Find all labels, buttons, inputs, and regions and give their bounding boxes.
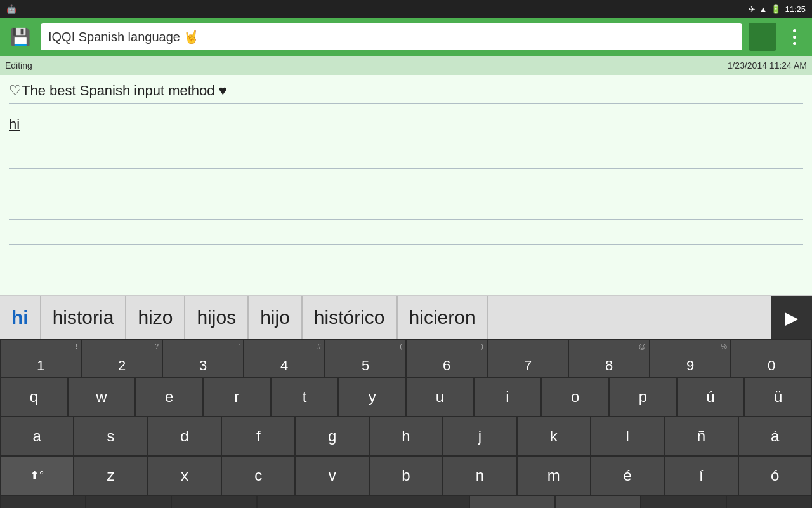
key-z[interactable]: z bbox=[74, 456, 147, 495]
suggestions-bar: hihistoriahizohijoshijohistóricohicieron… bbox=[0, 296, 812, 339]
content-typed: hi bbox=[9, 116, 803, 137]
key-ü[interactable]: ü bbox=[744, 377, 812, 417]
key-row-3: ⬆°zxcvbnméíó bbox=[0, 456, 812, 495]
num-key-4[interactable]: #4 bbox=[244, 339, 325, 377]
bottom-row: ⌨ 🌐 12# Español , . ⌫ ↵ bbox=[0, 495, 812, 508]
num-key-1[interactable]: !1 bbox=[0, 339, 81, 377]
num-key-6[interactable]: )6 bbox=[406, 339, 487, 377]
suggestion-item[interactable]: histórico bbox=[303, 296, 398, 339]
globe-button[interactable]: 🌐 bbox=[86, 495, 171, 508]
android-icon: 🤖 bbox=[6, 4, 16, 14]
num-sup-3: ' bbox=[239, 342, 240, 350]
num-key-0[interactable]: =0 bbox=[731, 339, 812, 377]
key-m[interactable]: m bbox=[517, 456, 591, 495]
suggestion-item[interactable]: hijo bbox=[249, 296, 303, 339]
editing-label: Editing bbox=[5, 60, 32, 70]
arrow-right-icon: ▶ bbox=[785, 307, 799, 328]
space-button[interactable]: Español bbox=[257, 495, 469, 508]
num-sup-1: ! bbox=[75, 342, 77, 350]
title-bar: 💾 bbox=[0, 18, 812, 56]
key-r[interactable]: r bbox=[203, 377, 271, 417]
suggestions-arrow-button[interactable]: ▶ bbox=[771, 296, 812, 339]
num-sup-2: ? bbox=[155, 342, 159, 350]
key-ñ[interactable]: ñ bbox=[664, 417, 738, 456]
wifi-icon: ▲ bbox=[759, 4, 768, 14]
menu-button[interactable] bbox=[783, 23, 806, 51]
suggestions-list: hihistoriahizohijoshijohistóricohicieron bbox=[0, 296, 771, 339]
battery-icon: 🔋 bbox=[771, 4, 781, 14]
suggestion-item[interactable]: hi bbox=[0, 296, 41, 339]
key-u[interactable]: u bbox=[406, 377, 474, 417]
key-o[interactable]: o bbox=[541, 377, 609, 417]
key-í[interactable]: í bbox=[664, 456, 738, 495]
key-p[interactable]: p bbox=[609, 377, 677, 417]
key-é[interactable]: é bbox=[591, 456, 664, 495]
key-y[interactable]: y bbox=[338, 377, 406, 417]
content-area[interactable]: ♡The best Spanish input method ♥ hi bbox=[0, 75, 812, 296]
color-button[interactable] bbox=[749, 23, 776, 51]
num-key-3[interactable]: '3 bbox=[162, 339, 244, 377]
key-row-1: qwertyuiopúü bbox=[0, 377, 812, 417]
content-line-3 bbox=[9, 194, 803, 220]
key-w[interactable]: w bbox=[68, 377, 136, 417]
suggestion-item[interactable]: hicieron bbox=[398, 296, 488, 339]
key-e[interactable]: e bbox=[135, 377, 203, 417]
key-b[interactable]: b bbox=[369, 456, 443, 495]
num-key-8[interactable]: @8 bbox=[568, 339, 650, 377]
editing-bar: Editing 1/23/2014 11:24 AM bbox=[0, 56, 812, 75]
status-bar: 🤖 ✈ ▲ 🔋 11:25 bbox=[0, 0, 812, 18]
key-s[interactable]: s bbox=[74, 417, 147, 456]
key-c[interactable]: c bbox=[221, 456, 295, 495]
menu-dot-1 bbox=[793, 29, 796, 32]
num-key-5[interactable]: (5 bbox=[325, 339, 406, 377]
status-icons-right: ✈ ▲ 🔋 11:25 bbox=[749, 4, 806, 14]
num-key-2[interactable]: ?2 bbox=[81, 339, 162, 377]
num-key-7[interactable]: -7 bbox=[487, 339, 568, 377]
key-j[interactable]: j bbox=[443, 417, 516, 456]
key-a[interactable]: a bbox=[0, 417, 74, 456]
key-t[interactable]: t bbox=[271, 377, 339, 417]
delete-button[interactable]: ⌫ bbox=[641, 495, 726, 508]
key-ú[interactable]: ú bbox=[677, 377, 745, 417]
num-toggle-button[interactable]: 12# bbox=[171, 495, 257, 508]
num-sup-5: ( bbox=[400, 342, 402, 350]
enter-button[interactable]: ↵ bbox=[726, 495, 812, 508]
key-h[interactable]: h bbox=[369, 417, 443, 456]
key-g[interactable]: g bbox=[295, 417, 369, 456]
num-sup-6: ) bbox=[481, 342, 483, 350]
comma-button[interactable]: , bbox=[469, 495, 555, 508]
suggestion-item[interactable]: hijos bbox=[185, 296, 249, 339]
key-k[interactable]: k bbox=[517, 417, 591, 456]
key-v[interactable]: v bbox=[295, 456, 369, 495]
suggestion-item[interactable]: historia bbox=[41, 296, 127, 339]
airplane-icon: ✈ bbox=[749, 4, 756, 14]
key-d[interactable]: d bbox=[148, 417, 221, 456]
key-ó[interactable]: ó bbox=[738, 456, 812, 495]
num-key-9[interactable]: %9 bbox=[650, 339, 731, 377]
suggestion-item[interactable]: hizo bbox=[126, 296, 185, 339]
num-sup-8: @ bbox=[639, 342, 646, 350]
content-line-2 bbox=[9, 169, 803, 194]
key-q[interactable]: q bbox=[0, 377, 68, 417]
keyboard-switch-button[interactable]: ⌨ bbox=[0, 495, 86, 508]
key-i[interactable]: i bbox=[474, 377, 542, 417]
period-button[interactable]: . bbox=[555, 495, 641, 508]
save-icon: 💾 bbox=[10, 27, 30, 47]
num-sup-0: = bbox=[804, 342, 808, 350]
key-á[interactable]: á bbox=[738, 417, 812, 456]
title-input[interactable] bbox=[41, 23, 742, 50]
menu-dot-3 bbox=[793, 42, 796, 45]
content-line-4 bbox=[9, 220, 803, 245]
timestamp-label: 1/23/2014 11:24 AM bbox=[728, 60, 807, 70]
num-sup-9: % bbox=[721, 342, 727, 350]
save-button[interactable]: 💾 bbox=[6, 23, 34, 51]
key-x[interactable]: x bbox=[148, 456, 221, 495]
keyboard: !1?2'3#4(5)6-7@8%9=0 qwertyuiopúü asdfgh… bbox=[0, 339, 812, 508]
status-icons-left: 🤖 bbox=[6, 4, 16, 14]
key-l[interactable]: l bbox=[591, 417, 664, 456]
key-f[interactable]: f bbox=[221, 417, 295, 456]
key-n[interactable]: n bbox=[443, 456, 516, 495]
num-sup-4: # bbox=[317, 342, 321, 350]
content-line-1 bbox=[9, 144, 803, 169]
shift-key[interactable]: ⬆° bbox=[0, 456, 74, 495]
